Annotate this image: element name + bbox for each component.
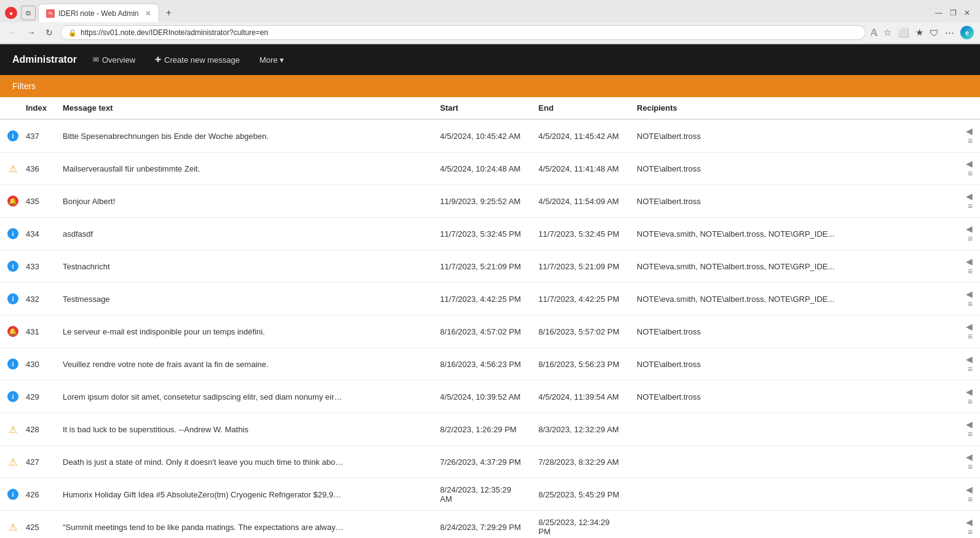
row-index: 428 bbox=[18, 413, 55, 446]
col-header-end: End bbox=[531, 97, 630, 119]
new-tab-button[interactable]: + bbox=[162, 6, 176, 20]
row-actions[interactable]: ◀ ≡ bbox=[955, 185, 980, 218]
row-index: 435 bbox=[18, 185, 55, 218]
row-message: Testmessage bbox=[55, 283, 433, 315]
url-input[interactable]: 🔒 https://sv01.note.dev/IDERInote/admini… bbox=[60, 25, 866, 40]
col-header-icon bbox=[0, 97, 18, 119]
row-message: asdfasdf bbox=[55, 218, 433, 250]
row-end: 4/5/2024, 11:41:48 AM bbox=[531, 152, 630, 185]
table-row[interactable]: i 426 Humorix Holiday Gift Idea #5 Absol… bbox=[0, 478, 980, 511]
row-actions[interactable]: ◀ ≡ bbox=[955, 478, 980, 511]
row-start: 8/24/2023, 12:35:29 AM bbox=[433, 478, 531, 511]
row-index: 430 bbox=[18, 348, 55, 381]
info-icon: i bbox=[7, 489, 18, 500]
row-actions[interactable]: ◀ ≡ bbox=[955, 283, 980, 315]
row-index: 433 bbox=[18, 250, 55, 283]
row-start: 4/5/2024, 10:45:42 AM bbox=[433, 119, 531, 152]
favorites-icon[interactable]: ☆ bbox=[883, 27, 891, 38]
row-action-button[interactable]: ◀ ≡ bbox=[963, 126, 973, 146]
row-index: 437 bbox=[18, 119, 55, 152]
back-button[interactable]: ← bbox=[6, 26, 20, 39]
security-lock-icon: 🔒 bbox=[68, 29, 77, 37]
row-action-button[interactable]: ◀ ≡ bbox=[963, 289, 973, 309]
table-row[interactable]: ⚠ 425 "Summit meetings tend to be like p… bbox=[0, 511, 980, 539]
browser-profile-icon: ● bbox=[5, 7, 17, 19]
row-end: 11/7/2023, 4:42:25 PM bbox=[531, 283, 630, 315]
table-row[interactable]: ⚠ 427 Death is just a state of mind. Onl… bbox=[0, 446, 980, 478]
row-icon-cell: i bbox=[0, 381, 18, 413]
row-recipients: NOTE\albert.tross bbox=[630, 152, 955, 185]
row-recipients: NOTE\eva.smith, NOTE\albert.tross, NOTE\… bbox=[630, 283, 955, 315]
row-message: Bitte Spesenabrechnungen bis Ende der Wo… bbox=[55, 119, 433, 152]
app-header: Administrator ✉ Overview ✚ Create new me… bbox=[0, 44, 980, 75]
row-icon-cell: ⚠ bbox=[0, 511, 18, 539]
table-row[interactable]: ⚠ 436 Mailserverausfall für unbestimmte … bbox=[0, 152, 980, 185]
refresh-button[interactable]: ↻ bbox=[43, 26, 55, 39]
col-header-recipients: Recipients bbox=[630, 97, 955, 119]
row-action-button[interactable]: ◀ ≡ bbox=[963, 191, 973, 211]
read-aloud-icon[interactable]: 𝔸 bbox=[871, 27, 877, 38]
row-actions[interactable]: ◀ ≡ bbox=[955, 381, 980, 413]
row-action-button[interactable]: ◀ ≡ bbox=[963, 354, 973, 374]
active-tab[interactable]: N IDERI note - Web Admin ✕ bbox=[38, 4, 159, 22]
row-index: 429 bbox=[18, 381, 55, 413]
tab-close-button[interactable]: ✕ bbox=[145, 9, 151, 18]
row-actions[interactable]: ◀ ≡ bbox=[955, 413, 980, 446]
row-recipients bbox=[630, 446, 955, 478]
more-nav-link[interactable]: More ▾ bbox=[256, 53, 288, 67]
table-row[interactable]: i 433 Testnachricht 11/7/2023, 5:21:09 P… bbox=[0, 250, 980, 283]
row-message: Mailserverausfall für unbestimmte Zeit. bbox=[55, 152, 433, 185]
row-action-button[interactable]: ◀ ≡ bbox=[963, 387, 973, 406]
row-actions[interactable]: ◀ ≡ bbox=[955, 119, 980, 152]
row-action-button[interactable]: ◀ ≡ bbox=[963, 224, 973, 243]
browser-extension-icon[interactable]: 🛡 bbox=[930, 28, 939, 38]
table-row[interactable]: i 434 asdfasdf 11/7/2023, 5:32:45 PM 11/… bbox=[0, 218, 980, 250]
row-actions[interactable]: ◀ ≡ bbox=[955, 348, 980, 381]
browser-chrome: ● ⧉ N IDERI note - Web Admin ✕ + — ❐ ✕ ←… bbox=[0, 0, 980, 44]
row-action-button[interactable]: ◀ ≡ bbox=[963, 256, 973, 276]
row-actions[interactable]: ◀ ≡ bbox=[955, 315, 980, 348]
close-button[interactable]: ✕ bbox=[964, 9, 970, 17]
overview-nav-link[interactable]: ✉ Overview bbox=[89, 53, 139, 67]
row-actions[interactable]: ◀ ≡ bbox=[955, 250, 980, 283]
row-action-button[interactable]: ◀ ≡ bbox=[963, 159, 973, 178]
row-recipients: NOTE\eva.smith, NOTE\albert.tross, NOTE\… bbox=[630, 218, 955, 250]
row-icon-cell: 🔔 bbox=[0, 315, 18, 348]
table-row[interactable]: i 432 Testmessage 11/7/2023, 4:42:25 PM … bbox=[0, 283, 980, 315]
row-index: 432 bbox=[18, 283, 55, 315]
row-end: 7/28/2023, 8:32:29 AM bbox=[531, 446, 630, 478]
tab-switcher-button[interactable]: ⧉ bbox=[21, 6, 36, 20]
create-message-nav-link[interactable]: ✚ Create new message bbox=[151, 53, 243, 67]
filters-bar[interactable]: Filters bbox=[0, 75, 980, 97]
row-actions[interactable]: ◀ ≡ bbox=[955, 152, 980, 185]
col-header-actions bbox=[955, 97, 980, 119]
forward-button[interactable]: → bbox=[25, 26, 38, 39]
row-action-button[interactable]: ◀ ≡ bbox=[963, 517, 973, 537]
table-row[interactable]: 🔔 435 Bonjour Albert! 11/9/2023, 9:25:52… bbox=[0, 185, 980, 218]
edge-profile-icon[interactable]: e bbox=[960, 26, 974, 39]
split-screen-icon[interactable]: ⬜ bbox=[898, 27, 909, 38]
row-actions[interactable]: ◀ ≡ bbox=[955, 446, 980, 478]
row-index: 434 bbox=[18, 218, 55, 250]
browser-toolbar-icons: 𝔸 ☆ ⬜ ★ 🛡 ⋯ e bbox=[871, 26, 974, 39]
row-action-button[interactable]: ◀ ≡ bbox=[963, 485, 973, 504]
row-actions[interactable]: ◀ ≡ bbox=[955, 511, 980, 539]
table-row[interactable]: ⚠ 428 It is bad luck to be superstitious… bbox=[0, 413, 980, 446]
row-action-button[interactable]: ◀ ≡ bbox=[963, 452, 973, 472]
maximize-button[interactable]: ❐ bbox=[950, 9, 957, 17]
collections-icon[interactable]: ★ bbox=[915, 27, 923, 38]
row-recipients: NOTE\albert.tross bbox=[630, 348, 955, 381]
more-actions-icon[interactable]: ⋯ bbox=[945, 27, 954, 38]
table-row[interactable]: i 437 Bitte Spesenabrechnungen bis Ende … bbox=[0, 119, 980, 152]
row-actions[interactable]: ◀ ≡ bbox=[955, 218, 980, 250]
row-action-button[interactable]: ◀ ≡ bbox=[963, 419, 973, 439]
table-row[interactable]: i 430 Veuillez rendre votre note de frai… bbox=[0, 348, 980, 381]
row-end: 8/16/2023, 5:56:23 PM bbox=[531, 348, 630, 381]
table-row[interactable]: i 429 Lorem ipsum dolor sit amet, conset… bbox=[0, 381, 980, 413]
row-action-button[interactable]: ◀ ≡ bbox=[963, 322, 973, 341]
row-icon-cell: i bbox=[0, 119, 18, 152]
row-start: 8/16/2023, 4:56:23 PM bbox=[433, 348, 531, 381]
row-message: It is bad luck to be superstitious. --An… bbox=[55, 413, 433, 446]
minimize-button[interactable]: — bbox=[935, 9, 942, 17]
table-row[interactable]: 🔔 431 Le serveur e-mail est indisponible… bbox=[0, 315, 980, 348]
